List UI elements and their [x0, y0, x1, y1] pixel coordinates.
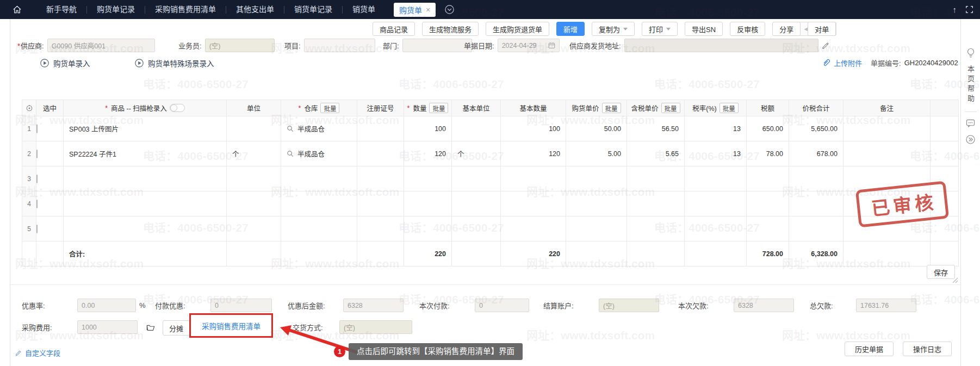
- tab-purchase-order-active[interactable]: 购货单 ×: [394, 3, 436, 17]
- cell-qty[interactable]: 120: [404, 141, 452, 166]
- cell-price[interactable]: [566, 191, 627, 216]
- cell-tax-rate[interactable]: [685, 191, 747, 216]
- unaudit-button[interactable]: 反审核: [730, 22, 765, 36]
- nav-item-sales-records[interactable]: 销货单记录: [284, 0, 342, 19]
- cell-amount[interactable]: [789, 216, 843, 241]
- upload-attachment-link[interactable]: 上传附件: [834, 58, 862, 68]
- cell-qty[interactable]: [404, 166, 452, 191]
- after-discount-input[interactable]: [343, 299, 404, 312]
- page-help-label[interactable]: 本页帮助: [965, 65, 976, 104]
- row-checkbox[interactable]: [36, 125, 38, 133]
- match-doc-button[interactable]: 对单: [808, 22, 836, 36]
- supplier-address-input[interactable]: [624, 39, 818, 52]
- project-input[interactable]: [304, 39, 375, 52]
- total-debt-input[interactable]: [856, 299, 916, 312]
- lightbulb-icon[interactable]: [966, 47, 976, 58]
- department-input[interactable]: [402, 39, 472, 52]
- nav-item-fee-list[interactable]: 采购销售费用清单: [145, 0, 226, 19]
- cell-base-qty[interactable]: 100: [501, 116, 566, 141]
- cell-note[interactable]: [843, 116, 931, 141]
- history-docs-button[interactable]: 历史单据: [845, 342, 894, 356]
- cell-tax-price[interactable]: [627, 216, 685, 241]
- tab-list-chevron-icon[interactable]: [444, 4, 455, 15]
- resize-handle[interactable]: [951, 277, 958, 283]
- price-batch-button[interactable]: 批量: [602, 103, 621, 113]
- cell-reg-no[interactable]: [357, 166, 404, 191]
- cell-amount[interactable]: 678.00: [789, 141, 843, 166]
- cell-warehouse[interactable]: 半成品仓: [281, 116, 357, 141]
- cell-qty[interactable]: [404, 191, 452, 216]
- cell-reg-no[interactable]: [357, 216, 404, 241]
- cell-base-unit[interactable]: [452, 166, 501, 191]
- feedback-comment-icon[interactable]: [966, 119, 975, 127]
- warehouse-batch-button[interactable]: 批量: [320, 103, 339, 113]
- cell-unit[interactable]: [227, 191, 281, 216]
- share-button[interactable]: 分享: [772, 22, 801, 36]
- create-purchase-return-button[interactable]: 生成购货退货单: [486, 22, 549, 36]
- cell-product[interactable]: SP003 上传图片: [64, 116, 227, 141]
- cell-warehouse[interactable]: [281, 166, 357, 191]
- cell-tax-amount[interactable]: [747, 191, 789, 216]
- edit-pencil-icon[interactable]: [822, 42, 829, 49]
- cell-price[interactable]: [566, 166, 627, 191]
- cell-unit[interactable]: [227, 116, 281, 141]
- cell-base-unit[interactable]: 个: [452, 141, 501, 166]
- cell-warehouse[interactable]: 半成品仓: [281, 141, 357, 166]
- tax-rate-batch-button[interactable]: 批量: [720, 103, 739, 113]
- fullscreen-icon[interactable]: [965, 5, 973, 14]
- cell-product[interactable]: [64, 166, 227, 191]
- cell-tax-rate[interactable]: [685, 216, 747, 241]
- row-checkbox[interactable]: [36, 150, 38, 158]
- tab-close-icon[interactable]: ×: [426, 5, 430, 14]
- cell-price[interactable]: [566, 216, 627, 241]
- cell-tax-price[interactable]: 56.50: [627, 116, 685, 141]
- nav-item-purchase-records[interactable]: 购货单记录: [87, 0, 145, 19]
- cell-price[interactable]: 50.00: [566, 116, 627, 141]
- cell-tax-price[interactable]: [627, 166, 685, 191]
- print-button[interactable]: 打印: [642, 22, 678, 36]
- cell-qty[interactable]: 100: [404, 116, 452, 141]
- cell-reg-no[interactable]: [357, 141, 404, 166]
- cell-amount[interactable]: [789, 191, 843, 216]
- tax-price-batch-button[interactable]: 批量: [661, 103, 680, 113]
- clerk-input[interactable]: [205, 39, 275, 52]
- cell-qty[interactable]: [404, 216, 452, 241]
- cell-base-qty[interactable]: [501, 191, 566, 216]
- cell-tax-price[interactable]: 5.65: [627, 141, 685, 166]
- row-checkbox[interactable]: [36, 225, 38, 233]
- cell-base-qty[interactable]: 120: [501, 141, 566, 166]
- operation-log-button[interactable]: 操作日志: [903, 342, 952, 356]
- folder-icon[interactable]: [146, 324, 155, 331]
- purchase-fee-input[interactable]: [77, 320, 138, 334]
- cell-base-unit[interactable]: [452, 216, 501, 241]
- cell-unit[interactable]: [227, 216, 281, 241]
- video-link-po-special[interactable]: 购货单特殊场景录入: [134, 58, 214, 69]
- cell-tax-amount[interactable]: 650.00: [747, 116, 789, 141]
- current-debt-input[interactable]: [734, 299, 794, 312]
- copy-as-button[interactable]: 复制为: [592, 22, 635, 36]
- collapse-rail-icon[interactable]: [965, 134, 976, 145]
- cell-tax-rate[interactable]: 13: [685, 141, 747, 166]
- video-link-po-entry[interactable]: 购货单录入: [40, 58, 90, 69]
- cell-unit[interactable]: 个: [227, 141, 281, 166]
- cell-amount[interactable]: 5,650.00: [789, 116, 843, 141]
- row-checkbox[interactable]: [36, 175, 38, 183]
- pay-discount-input[interactable]: [210, 299, 272, 312]
- qty-batch-button[interactable]: 批量: [429, 103, 448, 113]
- cell-base-qty[interactable]: [501, 166, 566, 191]
- search-icon[interactable]: [287, 150, 294, 157]
- search-icon[interactable]: [287, 125, 294, 132]
- cell-tax-amount[interactable]: [747, 216, 789, 241]
- fee-list-link[interactable]: 采购销售费用清单: [202, 320, 260, 331]
- cell-amount[interactable]: [789, 166, 843, 191]
- calendar-icon[interactable]: [548, 42, 555, 49]
- cell-product[interactable]: SP22224 子件1: [64, 141, 227, 166]
- nav-item-other-expense[interactable]: 其他支出单: [226, 0, 284, 19]
- cell-tax-amount[interactable]: [747, 166, 789, 191]
- cell-tax-rate[interactable]: 13: [685, 116, 747, 141]
- cell-product[interactable]: [64, 191, 227, 216]
- settle-account-input[interactable]: [599, 299, 659, 312]
- new-button[interactable]: 新增: [556, 22, 585, 36]
- cell-reg-no[interactable]: [357, 191, 404, 216]
- nav-item-newbie-guide[interactable]: 新手导航: [36, 0, 86, 19]
